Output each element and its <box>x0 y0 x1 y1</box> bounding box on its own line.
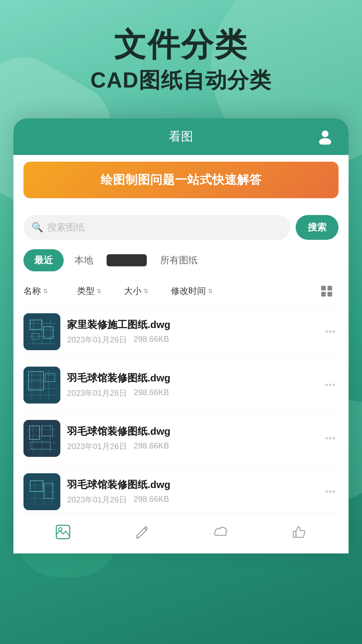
hero-title-main: 文件分类 <box>20 27 342 62</box>
hero-section: 文件分类 CAD图纸自动分类 <box>0 0 362 108</box>
gallery-icon <box>55 524 71 540</box>
file-meta: 2023年01月26日 298.66KB <box>67 494 315 505</box>
svg-point-45 <box>59 528 62 531</box>
table-row[interactable]: 家里装修施工图纸.dwg 2023年01月26日 298.66KB <box>23 305 339 359</box>
grid-dot <box>321 292 326 297</box>
tab-local[interactable]: 本地 <box>64 249 104 271</box>
file-name: 羽毛球馆装修图纸.dwg <box>67 425 315 438</box>
cad-preview-icon <box>23 420 60 457</box>
grid-dot <box>327 292 332 297</box>
file-thumbnail <box>23 313 60 350</box>
col-name-header[interactable]: 名称 ⇅ <box>23 285 77 297</box>
user-icon <box>317 128 333 145</box>
col-size-header[interactable]: 大小 ⇅ <box>124 285 171 297</box>
file-date: 2023年01月26日 <box>67 334 127 345</box>
view-toggle-button[interactable] <box>318 283 335 300</box>
svg-point-0 <box>322 130 328 137</box>
cad-preview-icon <box>23 473 60 510</box>
file-more-button[interactable] <box>322 490 339 493</box>
grid-dot <box>327 286 332 290</box>
nav-cloud[interactable] <box>202 521 239 543</box>
cad-preview-icon <box>23 313 60 350</box>
file-size: 298.66KB <box>134 441 169 452</box>
file-info: 家里装修施工图纸.dwg 2023年01月26日 298.66KB <box>67 318 315 345</box>
content-area: 🔍 搜索图纸 搜索 最近 本地 所有图纸 名称 ⇅ <box>13 205 349 553</box>
search-input-wrap[interactable]: 🔍 搜索图纸 <box>23 215 290 240</box>
file-thumbnail <box>23 420 60 457</box>
app-header: 看图 <box>13 118 349 155</box>
table-row[interactable]: 羽毛球馆装修图纸.dwg 2023年01月26日 298.66KB <box>23 359 339 412</box>
svg-rect-47 <box>293 531 296 537</box>
file-size: 298.66KB <box>134 388 169 398</box>
svg-point-1 <box>319 138 331 145</box>
search-placeholder: 搜索图纸 <box>47 221 85 234</box>
file-size: 298.66KB <box>134 334 169 345</box>
file-more-button[interactable] <box>322 384 339 386</box>
tab-recent[interactable]: 最近 <box>23 249 64 271</box>
table-row[interactable]: 羽毛球馆装修图纸.dwg 2023年01月26日 298.66KB <box>23 465 339 514</box>
search-button[interactable]: 搜索 <box>296 215 339 240</box>
file-info: 羽毛球馆装修图纸.dwg 2023年01月26日 298.66KB <box>67 425 315 452</box>
col-type-header[interactable]: 类型 ⇅ <box>77 285 124 297</box>
sort-type-icon: ⇅ <box>97 287 102 295</box>
file-date: 2023年01月26日 <box>67 441 127 452</box>
edit-icon <box>134 524 150 540</box>
file-meta: 2023年01月26日 298.66KB <box>67 334 315 345</box>
bottom-navigation <box>23 514 339 553</box>
nav-gallery[interactable] <box>45 521 81 543</box>
file-thumbnail <box>23 367 60 404</box>
banner-text: 绘图制图问题一站式快速解答 <box>101 173 262 186</box>
app-title: 看图 <box>169 128 193 145</box>
nav-edit[interactable] <box>124 521 160 543</box>
search-icon: 🔍 <box>32 222 43 233</box>
avatar-button[interactable] <box>315 126 335 147</box>
sort-size-icon: ⇅ <box>143 287 148 295</box>
file-more-button[interactable] <box>322 437 339 439</box>
file-date: 2023年01月26日 <box>67 388 127 398</box>
file-meta: 2023年01月26日 298.66KB <box>67 388 315 398</box>
file-name: 羽毛球馆装修图纸.dwg <box>67 478 315 492</box>
thumb-up-icon <box>291 524 307 540</box>
grid-dot <box>321 286 326 290</box>
search-bar: 🔍 搜索图纸 搜索 <box>23 215 339 240</box>
file-meta: 2023年01月26日 298.66KB <box>67 441 315 452</box>
svg-rect-13 <box>23 367 60 404</box>
sort-name-icon: ⇅ <box>43 287 48 295</box>
file-name: 羽毛球馆装修图纸.dwg <box>67 371 315 385</box>
phone-card: 看图 绘图制图问题一站式快速解答 🔍 搜索图纸 搜索 最近 本地 <box>13 118 349 553</box>
file-list: 家里装修施工图纸.dwg 2023年01月26日 298.66KB <box>23 305 339 514</box>
file-date: 2023年01月26日 <box>67 494 127 505</box>
tab-redacted <box>107 254 147 266</box>
cad-preview-icon <box>23 367 60 404</box>
file-name: 家里装修施工图纸.dwg <box>67 318 315 332</box>
sort-date-icon: ⇅ <box>208 287 213 295</box>
file-info: 羽毛球馆装修图纸.dwg 2023年01月26日 298.66KB <box>67 371 315 398</box>
file-size: 298.66KB <box>134 494 169 505</box>
file-more-button[interactable] <box>322 330 339 333</box>
col-date-header[interactable]: 修改时间 ⇅ <box>171 285 318 297</box>
file-thumbnail <box>23 473 60 510</box>
file-info: 羽毛球馆装修图纸.dwg 2023年01月26日 298.66KB <box>67 478 315 505</box>
tab-bar: 最近 本地 所有图纸 <box>23 249 339 271</box>
cloud-icon <box>213 524 229 540</box>
nav-thumb[interactable] <box>281 521 317 543</box>
table-row[interactable]: 羽毛球馆装修图纸.dwg 2023年01月26日 298.66KB <box>23 412 339 465</box>
hero-title-sub: CAD图纸自动分类 <box>20 66 342 95</box>
column-headers: 名称 ⇅ 类型 ⇅ 大小 ⇅ 修改时间 ⇅ <box>23 279 339 305</box>
tab-all[interactable]: 所有图纸 <box>149 249 208 271</box>
banner[interactable]: 绘图制图问题一站式快速解答 <box>23 162 339 198</box>
